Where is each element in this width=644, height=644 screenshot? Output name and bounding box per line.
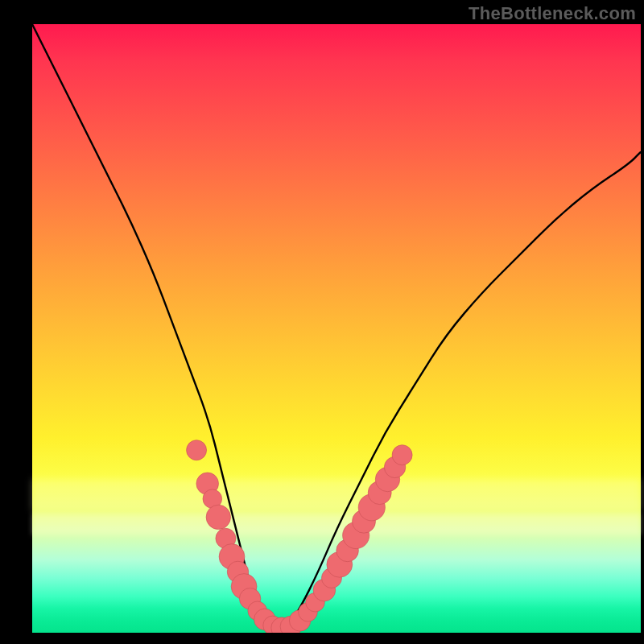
curve-marker xyxy=(392,445,412,465)
chart-frame: TheBottleneck.com xyxy=(0,0,644,644)
bottleneck-curve-path xyxy=(32,24,641,631)
curve-marker xyxy=(206,505,230,529)
curve-marker xyxy=(187,440,207,460)
watermark-text: TheBottleneck.com xyxy=(469,3,636,24)
chart-svg xyxy=(32,24,641,633)
